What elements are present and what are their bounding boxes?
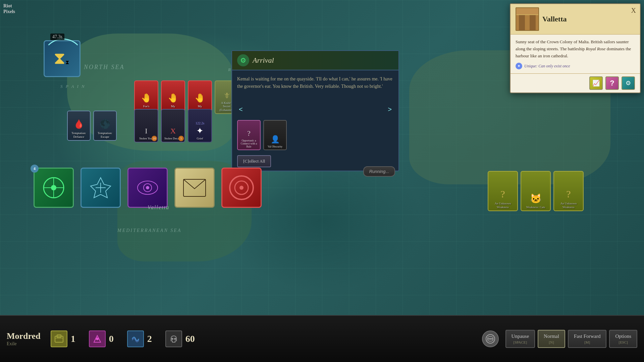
knife-icon: 🗡 (223, 91, 230, 100)
logo-line1: Riot (3, 3, 12, 8)
resource-yellow-item: 1 (51, 330, 75, 347)
stolen-year-badge: 10 (152, 136, 157, 141)
valletta-close-button[interactable]: X (631, 7, 636, 14)
valletta-btn-gear[interactable]: ⚙ (622, 76, 635, 90)
temptation-defiance-icon: 🩸 (73, 119, 84, 129)
arrival-next-button[interactable]: > (388, 106, 392, 113)
options-shortcut: [ESC] (615, 340, 631, 345)
weakness-cats-label: Weakness: Cats (526, 205, 546, 209)
valletta-btn-chart[interactable]: 📈 (589, 76, 603, 90)
resource-skull-item: 60 (165, 330, 195, 347)
grief-label: Grief (196, 137, 204, 140)
timer-display: 47.3s (50, 34, 64, 40)
unique-icon: ✦ (516, 63, 522, 69)
my-wound-2-icon: 🤚 (195, 93, 205, 103)
svg-point-14 (146, 186, 149, 189)
arrival-header: ⚙ Arrival (232, 51, 398, 70)
arrival-prev-button[interactable]: < (239, 106, 243, 113)
options-button[interactable]: Options [ESC] (609, 330, 637, 348)
toolbar-right: Unpause [SPACE] Normal [N] Fast Forward … (505, 330, 637, 348)
valletta-thumbnail (516, 7, 539, 31)
obscurity-label: Val Obscurity (268, 145, 282, 148)
svg-point-18 (239, 186, 244, 190)
torch-symbol (82, 169, 120, 207)
valletta-footer: 📈 ? ⚙ (511, 73, 640, 93)
svg-rect-3 (516, 8, 538, 15)
resource-pink-count: 0 (109, 334, 114, 344)
weakness-cats-card[interactable]: 🐱 Weakness: Cats (521, 171, 551, 211)
valletta-header: Valletta X (511, 4, 640, 35)
normal-button[interactable]: Normal [N] (538, 330, 565, 348)
red-circle-card[interactable] (221, 168, 262, 208)
unpause-button[interactable]: Unpause [SPACE] (505, 330, 535, 348)
stolen-year-card[interactable]: I Stolen Year 10 (134, 109, 158, 142)
resource-pink-item: 0 (89, 330, 114, 347)
arrival-body: Kemal is waiting for me on the quayside.… (232, 70, 398, 104)
unknown-weakness-2-label: An Unknown Weakness (554, 202, 583, 209)
svg-rect-2 (530, 15, 536, 30)
weakness-cats-icon: 🐱 (530, 193, 542, 204)
svg-point-23 (171, 338, 173, 340)
opportunity-icon: ? (247, 129, 251, 138)
fast-forward-label: Fast Forward (574, 334, 601, 339)
temptation-escape-icon: 🌑 (100, 119, 110, 129)
unpause-shortcut: [SPACE] (512, 340, 529, 345)
timer-card: ⧗ (44, 40, 80, 77)
arrival-icon: ⚙ (237, 54, 249, 66)
resource-yellow-count: 1 (71, 334, 75, 344)
collect-all-button[interactable]: [C]ollect All (237, 155, 271, 167)
player-title: Exile (7, 341, 41, 347)
svg-point-24 (174, 338, 176, 340)
temptation-cards-area: 🩸 Temptation: Defiance 🌑 Temptation: Esc… (67, 111, 117, 141)
arrival-card-opportunity[interactable]: ? Opportunit: a Connect with a Rule (237, 120, 261, 150)
circle-symbol (222, 169, 261, 207)
valletta-unique-row: ✦ Unique: Can only exist once (516, 63, 635, 69)
svg-point-8 (51, 185, 56, 190)
my-wound-1-icon: 🤚 (168, 93, 178, 103)
arrival-text: Kemal is waiting for me on the quayside.… (237, 75, 393, 90)
grief-card[interactable]: 122.2s ✦ Grief (188, 109, 212, 142)
unknown-weakness-2-card[interactable]: ? An Unknown Weakness (553, 171, 584, 211)
bottom-cards-area: 4 (34, 168, 262, 208)
obscurity-icon: 👤 (271, 135, 280, 144)
temptation-defiance-label: Temptation: Defiance (68, 131, 90, 139)
resource-blue-count: 2 (147, 334, 152, 344)
valletta-body: Sunny seat of the Crown Colony of Malta.… (511, 35, 640, 73)
temptation-escape-card[interactable]: 🌑 Temptation: Escape (93, 111, 117, 141)
resource-blue-item: 2 (127, 330, 152, 347)
temptation-defiance-card[interactable]: 🩸 Temptation: Defiance (67, 111, 91, 141)
valletta-btn-question[interactable]: ? (605, 76, 619, 90)
fast-forward-shortcut: [M] (574, 340, 601, 345)
stolen-decade-card[interactable]: X Stolen Decade 5 (161, 109, 185, 142)
valletta-unique-text: Unique: Can only exist once (524, 64, 570, 69)
valletta-panel: Valletta X Sunny seat of the Crown Colon… (510, 3, 641, 93)
running-button[interactable]: Running... (363, 166, 395, 177)
valletta-name: Valletta (542, 15, 635, 23)
svg-rect-1 (519, 15, 525, 30)
hourglass-icon: ⧗ (54, 49, 70, 69)
arch-artwork (516, 8, 538, 30)
arrival-card-obscurity[interactable]: 👤 Val Obscurity (263, 120, 287, 150)
unknown-weakness-1-icon: ? (500, 188, 505, 200)
green-symbol-card[interactable]: 4 (34, 168, 74, 208)
envelope-card[interactable] (174, 168, 215, 208)
unknown-weakness-1-card[interactable]: ? An Unknown Weakness (488, 171, 518, 211)
temptation-escape-label: Temptation: Escape (94, 131, 116, 139)
arrival-nav: < > (232, 104, 398, 117)
svg-rect-19 (55, 336, 63, 342)
teal-torch-card[interactable] (80, 168, 121, 208)
fast-forward-button[interactable]: Fast Forward [M] (568, 330, 607, 348)
unknown-weakness-2-icon: ? (566, 188, 571, 200)
resource-skull-count: 60 (185, 334, 195, 344)
eye-symbol (128, 169, 167, 207)
timer-value: 47.3s (52, 34, 62, 39)
svg-point-22 (96, 338, 99, 340)
grief-icon: ✦ (196, 126, 204, 136)
arrival-dialog: ⚙ Arrival Kemal is waiting for me on the… (231, 50, 399, 171)
valletta-location-label: Valletta (148, 204, 169, 210)
resource-bar: 1 0 2 (51, 330, 482, 347)
player-name: Mordred (7, 331, 41, 341)
weakness-cards-area: ? An Unknown Weakness 🐱 Weakness: Cats ?… (488, 171, 584, 211)
svg-point-25 (486, 335, 495, 343)
purple-eye-card[interactable] (127, 168, 168, 208)
